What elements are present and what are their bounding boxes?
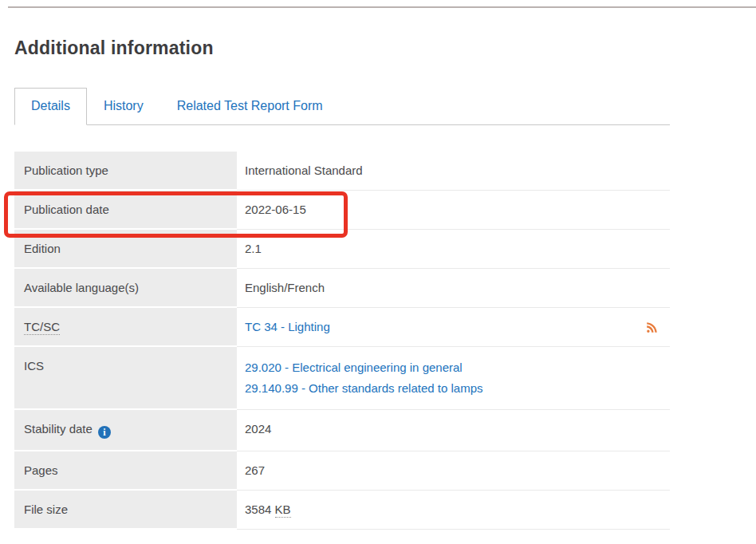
row-label: TC/SC — [14, 308, 237, 347]
table-row-publication-date: Publication date 2022-06-15 — [14, 191, 670, 230]
table-row-languages: Available language(s) English/French — [14, 269, 670, 308]
row-label: Publication date — [14, 191, 237, 230]
additional-information-section: Additional information Details History R… — [14, 0, 670, 530]
file-size-value: 3584 — [245, 503, 271, 516]
abbr-tcsc: TC/SC — [24, 320, 60, 335]
row-label: Available language(s) — [14, 269, 237, 308]
row-label: File size — [14, 491, 237, 530]
tabs: Details History Related Test Report Form — [14, 88, 670, 125]
info-icon[interactable]: i — [98, 426, 111, 439]
tab-details[interactable]: Details — [14, 88, 87, 125]
tab-history[interactable]: History — [87, 88, 160, 124]
row-value: 3584 KB — [237, 491, 670, 530]
table-row-stability-date: Stability datei 2024 — [14, 410, 670, 451]
row-value: 2024 — [237, 410, 670, 451]
row-value: 29.020 - Electrical engineering in gener… — [237, 347, 670, 410]
table-row-publication-type: Publication type International Standard — [14, 152, 670, 191]
tc-committee-link[interactable]: TC 34 - Lighting — [245, 320, 330, 334]
row-value: International Standard — [237, 152, 670, 191]
page-title: Additional information — [14, 37, 670, 59]
ics-link-2[interactable]: 29.140.99 - Other standards related to l… — [245, 378, 662, 399]
abbr-kb: KB — [275, 503, 291, 518]
row-value: TC 34 - Lighting — [237, 308, 670, 347]
row-label: ICS — [14, 347, 237, 410]
table-row-file-size: File size 3584 KB — [14, 491, 670, 530]
rss-feed-link[interactable] — [646, 321, 660, 334]
tab-related-test-report-form[interactable]: Related Test Report Form — [160, 88, 340, 124]
row-label: Stability datei — [14, 410, 237, 451]
table-row-edition: Edition 2.1 — [14, 230, 670, 269]
row-label-text: Stability date — [24, 422, 93, 436]
rss-icon — [646, 321, 660, 334]
details-table: Publication type International Standard … — [14, 152, 670, 530]
row-label: Publication type — [14, 152, 237, 191]
row-value: English/French — [237, 269, 670, 308]
table-row-ics: ICS 29.020 - Electrical engineering in g… — [14, 347, 670, 410]
table-row-pages: Pages 267 — [14, 451, 670, 491]
ics-link-1[interactable]: 29.020 - Electrical engineering in gener… — [245, 357, 662, 378]
row-value: 267 — [237, 451, 670, 491]
row-value: 2.1 — [237, 230, 670, 269]
row-label: Pages — [14, 451, 237, 491]
table-row-tcsc: TC/SC TC 34 - Lighting — [14, 308, 670, 347]
row-value: 2022-06-15 — [237, 191, 670, 230]
row-label: Edition — [14, 230, 237, 269]
